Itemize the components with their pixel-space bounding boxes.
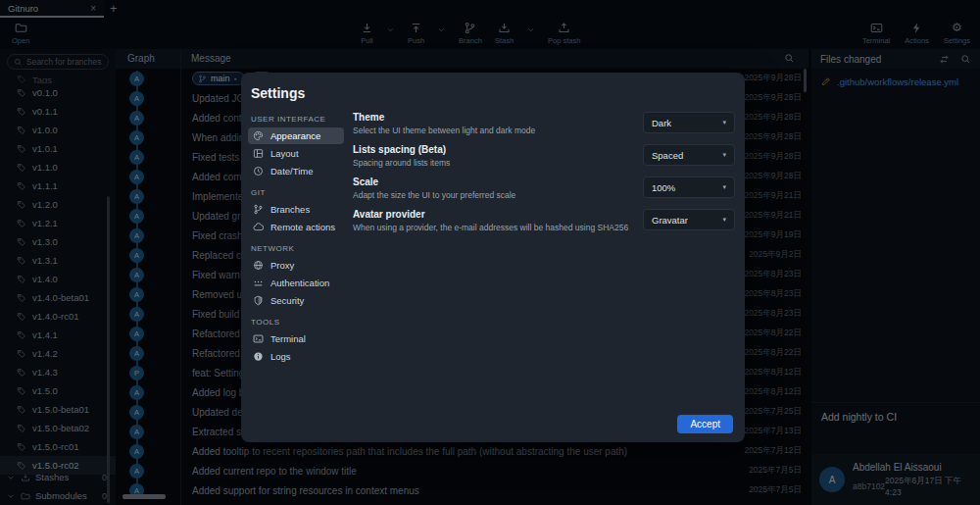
appearance-label: Appearance bbox=[270, 130, 320, 141]
accept-button[interactable]: Accept bbox=[677, 415, 733, 433]
settings-item-appearance[interactable]: Appearance bbox=[248, 127, 344, 144]
avatar-provider-value: Gravatar bbox=[652, 215, 688, 226]
chevron-down-icon: ▾ bbox=[722, 183, 726, 191]
setting-lists-spacing: Lists spacing (Beta) Spacing around list… bbox=[353, 144, 735, 169]
info-icon bbox=[253, 351, 264, 362]
globe-icon bbox=[253, 260, 264, 271]
password-dots-icon bbox=[253, 278, 264, 288]
settings-item-proxy[interactable]: Proxy bbox=[248, 257, 344, 274]
clock-icon bbox=[253, 166, 264, 177]
scale-label: Scale bbox=[353, 177, 515, 187]
settings-item-layout[interactable]: Layout bbox=[248, 145, 344, 162]
theme-value: Dark bbox=[652, 118, 671, 128]
chevron-down-icon: ▾ bbox=[722, 216, 726, 224]
settings-dialog: Settings USER INTERFACE Appearance Layou… bbox=[241, 73, 745, 442]
layout-icon bbox=[253, 148, 264, 159]
theme-label: Theme bbox=[353, 112, 535, 123]
spacing-label: Lists spacing (Beta) bbox=[353, 144, 450, 155]
layout-label: Layout bbox=[270, 148, 299, 159]
scale-desc: Adapt the size the UI to your preferred … bbox=[353, 190, 515, 200]
branch-icon bbox=[253, 204, 264, 215]
theme-dropdown[interactable]: Dark ▾ bbox=[643, 112, 735, 133]
avatar-provider-dropdown[interactable]: Gravatar ▾ bbox=[643, 209, 735, 230]
remote-actions-label: Remote actions bbox=[270, 222, 335, 232]
spacing-dropdown[interactable]: Spaced ▾ bbox=[643, 144, 735, 166]
avatar-provider-text: Avatar provider When using a provider, t… bbox=[353, 209, 628, 232]
authentication-label: Authentication bbox=[270, 278, 329, 288]
theme-desc: Select the UI theme between light and da… bbox=[353, 126, 535, 135]
security-label: Security bbox=[270, 295, 304, 306]
shield-icon bbox=[253, 295, 264, 306]
settings-item-datetime[interactable]: Date/Time bbox=[248, 163, 344, 179]
setting-scale: Scale Adapt the size the UI to your pref… bbox=[353, 177, 735, 201]
chevron-down-icon: ▾ bbox=[722, 119, 726, 126]
datetime-label: Date/Time bbox=[270, 166, 313, 177]
settings-item-authentication[interactable]: Authentication bbox=[248, 275, 344, 291]
section-user-interface: USER INTERFACE bbox=[251, 115, 341, 124]
scale-text: Scale Adapt the size the UI to your pref… bbox=[353, 177, 515, 200]
settings-item-security[interactable]: Security bbox=[248, 292, 344, 309]
settings-nav: Settings USER INTERFACE Appearance Layou… bbox=[241, 73, 351, 442]
settings-item-branches[interactable]: Branches bbox=[248, 201, 344, 218]
settings-item-remote-actions[interactable]: Remote actions bbox=[248, 219, 344, 235]
avatar-provider-label: Avatar provider bbox=[353, 209, 628, 220]
terminal-icon bbox=[253, 333, 264, 344]
section-tools: TOOLS bbox=[251, 318, 341, 327]
settings-item-terminal[interactable]: Terminal bbox=[248, 330, 344, 347]
proxy-label: Proxy bbox=[270, 260, 294, 271]
section-network: NETWORK bbox=[251, 244, 341, 253]
scale-value: 100% bbox=[652, 182, 675, 193]
avatar-provider-desc: When using a provider, the e-mail addres… bbox=[353, 223, 628, 232]
section-git: GIT bbox=[251, 188, 341, 197]
spacing-value: Spaced bbox=[652, 150, 683, 161]
terminal-label: Terminal bbox=[270, 333, 306, 344]
palette-icon bbox=[253, 130, 264, 141]
theme-text: Theme Select the UI theme between light … bbox=[353, 112, 535, 135]
settings-title: Settings bbox=[251, 85, 341, 101]
settings-item-logs[interactable]: Logs bbox=[248, 348, 344, 365]
cloud-icon bbox=[253, 222, 264, 232]
logs-label: Logs bbox=[270, 351, 291, 362]
settings-content: Theme Select the UI theme between light … bbox=[351, 73, 745, 442]
scale-dropdown[interactable]: 100% ▾ bbox=[643, 177, 735, 198]
branches-label: Branches bbox=[270, 204, 310, 215]
spacing-text: Lists spacing (Beta) Spacing around list… bbox=[353, 144, 450, 168]
chevron-down-icon: ▾ bbox=[722, 151, 726, 159]
setting-theme: Theme Select the UI theme between light … bbox=[353, 112, 735, 136]
gitnuro-window: Gitnuro × + Open Pull Push Branch bbox=[0, 0, 980, 505]
setting-avatar-provider: Avatar provider When using a provider, t… bbox=[353, 209, 735, 233]
spacing-desc: Spacing around lists items bbox=[353, 158, 450, 168]
